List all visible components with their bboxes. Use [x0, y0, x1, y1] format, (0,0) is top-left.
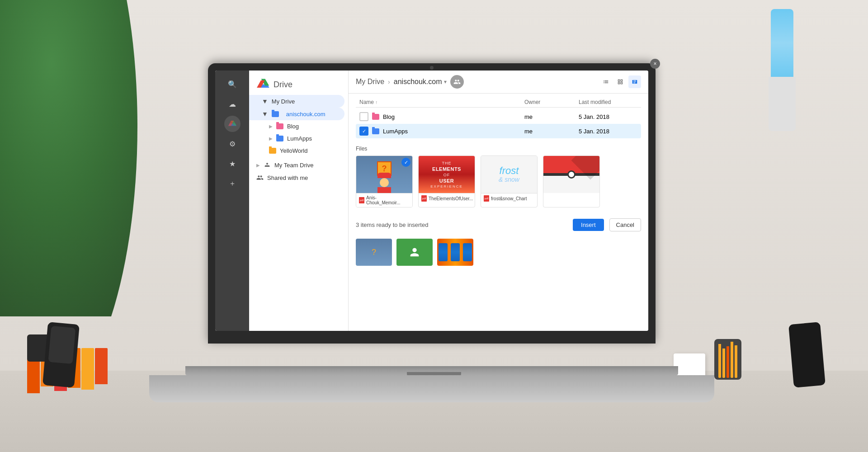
row-checkbox-blog[interactable]: [359, 112, 368, 121]
folder-icon-lumapps: [276, 136, 283, 141]
sidebar-icon-upload[interactable]: ☁: [224, 96, 241, 112]
nav-anischouk[interactable]: ▼ anischouk.com: [249, 108, 344, 120]
sidebar-icon-starred[interactable]: ★: [224, 155, 241, 172]
person-icon: [408, 246, 421, 259]
share-avatar[interactable]: [450, 75, 464, 89]
file-thumb-pokeball: [543, 156, 599, 193]
insert-bar: 3 items ready to be inserted Insert Canc…: [356, 215, 641, 235]
can-item: [439, 243, 448, 261]
drive-header: My Drive › anischouk.com ▾: [349, 71, 648, 94]
nav-shared-label: Shared with me: [267, 174, 308, 181]
pokeball-center: [567, 170, 576, 179]
nav-my-drive-label: My Drive: [272, 98, 295, 105]
file-thumb-frost: frost & snow: [481, 156, 537, 193]
can-item: [463, 243, 472, 261]
frost-thumb: frost & snow: [481, 156, 537, 193]
view-detail-button[interactable]: [628, 75, 641, 88]
file-thumb-mario: ? ✓: [356, 156, 412, 193]
mario-body: [377, 187, 391, 193]
sort-arrow: ↑: [375, 100, 377, 105]
file-card-pokeball[interactable]: [543, 155, 600, 207]
row-name-lumapps: LumApps: [383, 128, 524, 135]
water-dispenser: [764, 9, 800, 145]
pencil: [726, 346, 729, 378]
laptop-base: [149, 375, 714, 402]
cancel-button[interactable]: Cancel: [609, 218, 641, 231]
breadcrumb-current[interactable]: anischouk.com ▾: [394, 78, 447, 86]
nav-team-drive-label: My Team Drive: [274, 162, 313, 169]
row-owner-blog: me: [524, 113, 579, 120]
nav-blog[interactable]: ▶ Blog: [249, 120, 344, 132]
row-checkbox-lumapps[interactable]: ✓: [359, 127, 368, 136]
book-item: [81, 348, 94, 390]
breadcrumb-separator: ›: [388, 78, 390, 85]
bottom-thumb-cans[interactable]: [437, 239, 473, 266]
insert-button[interactable]: Insert: [573, 219, 604, 231]
file-thumb-elements: THE ELEMENTS OF USER EXPERIENCE: [419, 156, 475, 193]
view-list-button[interactable]: [599, 75, 612, 88]
col-header-name: Name ↑: [359, 99, 524, 105]
team-drive-icon: [264, 161, 271, 169]
sidebar-icons: 🔍 ☁ ⚙ ★ ＋: [215, 71, 249, 331]
nav-blog-label: Blog: [287, 123, 299, 130]
pencil: [718, 344, 721, 378]
pdf-icon: pdf: [484, 195, 489, 202]
file-card-elements[interactable]: THE ELEMENTS OF USER EXPERIENCE pdf TheE…: [418, 155, 475, 207]
nav-yelloworld[interactable]: YelloWorld: [249, 145, 344, 157]
drive-small-icon: [228, 119, 237, 128]
file-card-frost[interactable]: frost & snow pdf frost&snow_Chart: [481, 155, 538, 207]
dispenser-base: [769, 77, 796, 131]
breadcrumb-root[interactable]: My Drive: [356, 78, 384, 86]
nav-my-drive[interactable]: ▼ My Drive: [249, 95, 344, 108]
pencil-holder: [714, 339, 741, 380]
sidebar-icon-settings[interactable]: ⚙: [224, 136, 241, 152]
breadcrumb-dropdown-arrow[interactable]: ▾: [444, 79, 447, 85]
left-nav-panel: Drive ▼ My Drive ▼ anischouk.com ▶: [249, 71, 349, 331]
file-card-mario[interactable]: ? ✓ pdf: [356, 155, 413, 207]
nav-lumapps[interactable]: ▶ LumApps: [249, 132, 344, 145]
folder-icon-anischouk: [272, 111, 279, 117]
sidebar-icon-drive[interactable]: [224, 116, 241, 132]
row-owner-lumapps: me: [524, 128, 579, 135]
bottom-thumb-person[interactable]: [396, 239, 433, 266]
folder-icon-blog: [276, 123, 283, 129]
phone-right: [788, 322, 826, 388]
bottom-thumb-mario[interactable]: ?: [356, 239, 392, 266]
row-folder-blog: [372, 114, 379, 120]
sidebar-icon-add[interactable]: ＋: [224, 175, 241, 192]
nav-shared[interactable]: Shared with me: [249, 171, 344, 184]
table-row[interactable]: ✓ LumApps me 5 Jan. 2018: [356, 124, 641, 138]
can-item: [451, 243, 460, 261]
mario-head: [380, 178, 389, 187]
avatar-people-icon: [453, 78, 461, 85]
pdf-icon: pdf: [421, 195, 427, 202]
file-name-elements: TheElementsOfUser...: [429, 196, 473, 201]
drive-logo-icon: [256, 78, 270, 91]
row-folder-lumapps: [372, 128, 379, 134]
nav-team-drive[interactable]: ▶ My Team Drive: [249, 159, 344, 171]
table-row[interactable]: Blog me 5 Jan. 2018: [356, 109, 641, 124]
file-footer-frost: pdf frost&snow_Chart: [481, 193, 537, 203]
nav-yelloworld-label: YelloWorld: [280, 147, 307, 154]
files-grid: ? ✓ pdf: [356, 155, 641, 207]
water-bottle: [771, 9, 793, 77]
sidebar-icon-search[interactable]: 🔍: [224, 76, 241, 92]
file-footer-elements: pdf TheElementsOfUser...: [419, 193, 475, 203]
phone-left: [42, 322, 80, 388]
nav-lumapps-label: LumApps: [287, 135, 312, 142]
close-button[interactable]: ×: [650, 59, 660, 69]
view-grid-button[interactable]: [614, 75, 627, 88]
elements-thumb: THE ELEMENTS OF USER EXPERIENCE: [419, 156, 475, 193]
file-name-frost: frost&snow_Chart: [491, 196, 527, 201]
frost-text: frost & snow: [499, 165, 519, 184]
pencil: [731, 342, 733, 378]
pdf-icon: pdf: [359, 197, 364, 203]
pencil: [722, 348, 725, 378]
shared-icon: [256, 174, 264, 181]
laptop-camera: [430, 66, 434, 70]
main-content: My Drive › anischouk.com ▾: [349, 71, 648, 331]
laptop: × 🔍 ☁ ⚙ ★ ＋: [185, 63, 683, 402]
file-selected-check: ✓: [401, 158, 410, 167]
mario-hat: [377, 173, 391, 178]
files-section: Files ?: [349, 142, 648, 211]
